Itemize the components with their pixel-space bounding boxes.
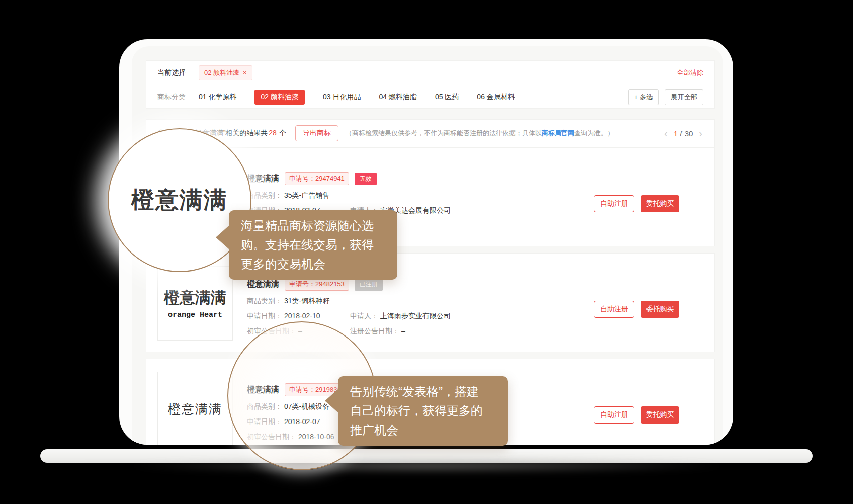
status-badge: 已注册 bbox=[355, 278, 383, 291]
page-separator: / bbox=[680, 129, 682, 138]
disclaimer-pre: （商标检索结果仅供参考，不作为商标能否注册的法律依据；具体以 bbox=[346, 129, 542, 137]
tooltip-trade-resources: 海量精品商标资源随心选 购。支持在线交易，获得 更多的交易机会 bbox=[229, 210, 397, 280]
prev-page-icon[interactable]: ‹ bbox=[664, 128, 668, 138]
entrust-buy-button[interactable]: 委托购买 bbox=[641, 301, 679, 318]
magnified-trademark-text: 橙意满满 bbox=[131, 185, 228, 216]
results-header: 为您检索到“橙意满满”相关的结果共28个 导出商标 （商标检索结果仅供参考，不作… bbox=[146, 119, 715, 147]
tooltip-promotion: 告别传统“发表格”，搭建 自己的标行，获得更多的 推广机会 bbox=[338, 376, 508, 446]
category-field-label: 商品类别： bbox=[247, 190, 282, 200]
current-page: 1 bbox=[674, 129, 678, 138]
apply-date-value: 2018-02-10 bbox=[284, 311, 320, 321]
category-tools: + 多选 展开全部 bbox=[628, 89, 703, 105]
row-actions: 自助注册 委托购买 bbox=[594, 195, 679, 212]
multi-select-button[interactable]: + 多选 bbox=[628, 89, 659, 105]
category-item-5[interactable]: 05 医药 bbox=[435, 93, 459, 102]
registration-announce-value: – bbox=[401, 220, 405, 230]
trademark-image: 橙意满满 bbox=[157, 372, 233, 445]
applicant-value: 上海雨步实业有限公司 bbox=[380, 311, 451, 321]
category-item-1[interactable]: 01 化学原料 bbox=[199, 93, 236, 102]
expand-all-button[interactable]: 展开全部 bbox=[665, 89, 703, 105]
trademark-name: 橙意满满 bbox=[247, 279, 279, 290]
clear-all-link[interactable]: 全部清除 bbox=[677, 68, 703, 77]
row-actions: 自助注册 委托购买 bbox=[594, 301, 679, 318]
page-indicator: 1 / 30 bbox=[674, 129, 693, 138]
category-row: 商标分类 01 化学原料02 颜料油漆03 日化用品04 燃料油脂05 医药06… bbox=[146, 85, 714, 109]
trademark-name: 橙意满满 bbox=[247, 174, 279, 184]
registration-announce-value: – bbox=[401, 326, 405, 336]
disclaimer-text: （商标检索结果仅供参考，不作为商标能否注册的法律依据；具体以商标局官网查询为准。… bbox=[346, 129, 614, 138]
next-page-icon[interactable]: › bbox=[699, 128, 702, 138]
category-label: 商标分类 bbox=[157, 93, 186, 102]
laptop-base bbox=[40, 449, 813, 463]
trademark-image-text: 橙意满满 bbox=[164, 287, 226, 308]
category-item-3[interactable]: 03 日化用品 bbox=[323, 93, 361, 102]
stage: 当前选择 02 颜料油漆 × 全部清除 商标分类 01 化学原料02 颜料油漆0… bbox=[0, 0, 853, 504]
trademark-office-link[interactable]: 商标局官网 bbox=[542, 129, 574, 137]
category-item-2[interactable]: 02 颜料油漆 bbox=[254, 90, 304, 105]
self-register-button[interactable]: 自助注册 bbox=[594, 406, 634, 424]
trademark-title-line: 橙意满满 申请号：29474941 无效 bbox=[247, 172, 714, 185]
current-selection-row: 当前选择 02 颜料油漆 × 全部清除 bbox=[146, 61, 714, 85]
application-number-tag: 申请号：29474941 bbox=[285, 172, 349, 185]
trademark-image: 橙意满满 orange Heart bbox=[157, 266, 233, 341]
disclaimer-post: 查询为准。） bbox=[574, 129, 614, 137]
selected-filter-tag-text: 02 颜料油漆 bbox=[204, 68, 239, 77]
self-register-button[interactable]: 自助注册 bbox=[594, 195, 634, 212]
apply-date-label: 申请日期： bbox=[247, 311, 282, 321]
category-list: 01 化学原料02 颜料油漆03 日化用品04 燃料油脂05 医药06 金属材料 bbox=[199, 90, 515, 105]
trademark-image-subtext: orange Heart bbox=[168, 311, 222, 319]
status-badge: 无效 bbox=[355, 173, 377, 185]
applicant-label: 申请人： bbox=[350, 311, 378, 321]
category-value: 35类-广告销售 bbox=[284, 190, 329, 200]
row-actions: 自助注册 委托购买 bbox=[594, 406, 679, 424]
self-register-button[interactable]: 自助注册 bbox=[594, 301, 634, 318]
category-item-4[interactable]: 04 燃料油脂 bbox=[379, 93, 416, 102]
pagination: ‹ 1 / 30 › bbox=[652, 120, 714, 147]
filter-panel: 当前选择 02 颜料油漆 × 全部清除 商标分类 01 化学原料02 颜料油漆0… bbox=[146, 60, 715, 109]
entrust-buy-button[interactable]: 委托购买 bbox=[641, 406, 679, 424]
category-item-6[interactable]: 06 金属材料 bbox=[477, 93, 515, 102]
close-icon[interactable]: × bbox=[243, 69, 247, 76]
category-field-label: 商品类别： bbox=[247, 296, 282, 306]
results-count: 28 bbox=[269, 129, 277, 137]
current-selection-label: 当前选择 bbox=[157, 68, 186, 77]
entrust-buy-button[interactable]: 委托购买 bbox=[641, 195, 679, 212]
registration-announce-label: 注册公告日期： bbox=[350, 326, 399, 336]
trademark-image-text: 橙意满满 bbox=[168, 401, 222, 417]
category-value: 31类-饲料种籽 bbox=[284, 296, 329, 306]
export-trademark-button[interactable]: 导出商标 bbox=[295, 125, 338, 141]
results-summary-suffix: 个 bbox=[279, 129, 286, 137]
total-pages: 30 bbox=[685, 129, 693, 138]
selected-filter-tag[interactable]: 02 颜料油漆 × bbox=[199, 65, 252, 80]
